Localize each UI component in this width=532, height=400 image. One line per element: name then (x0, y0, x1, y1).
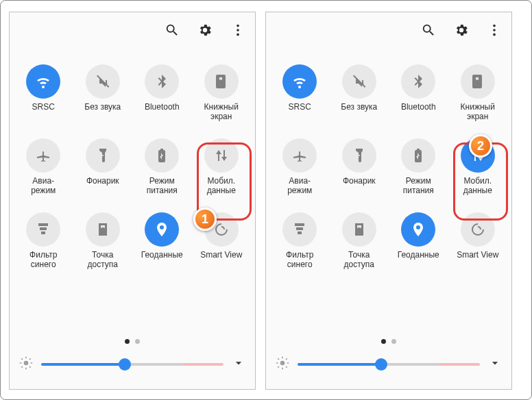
tile-label: Мобил. данные (463, 177, 492, 196)
quick-panel-toolbar (10, 12, 255, 51)
wifi-icon (282, 64, 317, 99)
tile-mobiledata[interactable]: Мобил. данные (195, 138, 249, 196)
location-icon (401, 212, 435, 247)
tile-label: Smart View (457, 251, 498, 270)
tile-bluefilter[interactable]: Фильтр синего (273, 212, 327, 270)
mute-icon (342, 64, 376, 99)
brightness-expand[interactable] (232, 356, 245, 373)
more-icon[interactable] (487, 23, 502, 40)
brightness-thumb[interactable] (375, 358, 387, 371)
tile-wifi[interactable]: SRSC (273, 64, 327, 122)
quick-settings-grid: SRSCБез звукаBluetoothКнижный экранАвиа-… (10, 51, 255, 270)
brightness-icon (276, 356, 289, 373)
tile-hotspot[interactable]: Точка доступа (76, 212, 130, 270)
tile-label: Без звука (84, 103, 121, 122)
tile-label: Режим питания (403, 177, 434, 196)
tile-book[interactable]: Книжный экран (451, 64, 505, 122)
tile-label: Авиа- режим (31, 177, 56, 196)
tile-airplane[interactable]: Авиа- режим (16, 138, 71, 196)
page-dot (135, 339, 140, 344)
tile-label: Книжный экран (204, 103, 239, 122)
tile-label: Без звука (341, 103, 377, 122)
tile-bluetooth[interactable]: Bluetooth (391, 64, 446, 122)
tile-powersave[interactable]: Режим питания (391, 138, 446, 196)
tile-book[interactable]: Книжный экран (195, 64, 249, 122)
tile-powersave[interactable]: Режим питания (135, 138, 189, 196)
tile-label: Геоданные (141, 251, 183, 270)
brightness-icon (19, 356, 33, 373)
tile-label: Фильтр синего (286, 251, 313, 270)
location-icon (145, 212, 179, 247)
tile-label: Мобил. данные (207, 177, 236, 196)
bluefilter-icon (282, 212, 317, 247)
bluetooth-icon (145, 64, 179, 99)
bluefilter-icon (26, 212, 60, 247)
comparison-container: SRSCБез звукаBluetoothКнижный экранАвиа-… (1, 1, 531, 400)
tile-label: Авиа- режим (287, 177, 312, 196)
tile-label: Точка доступа (344, 251, 374, 270)
brightness-row (266, 351, 511, 378)
book-icon (204, 64, 239, 99)
brightness-slider[interactable] (41, 363, 223, 366)
hotspot-icon (342, 212, 376, 247)
powersave-icon (145, 138, 179, 173)
tile-label: Книжный экран (461, 103, 495, 122)
search-icon[interactable] (421, 23, 436, 40)
screen-before: SRSCБез звукаBluetoothКнижный экранАвиа-… (9, 12, 256, 390)
quick-panel-toolbar (266, 12, 511, 51)
powersave-icon (401, 138, 435, 173)
brightness-row (10, 351, 255, 378)
smartview-icon (461, 212, 495, 247)
flashlight-icon (342, 138, 376, 173)
settings-icon[interactable] (197, 23, 213, 40)
page-dot (391, 339, 396, 344)
tile-wifi[interactable]: SRSC (16, 64, 71, 122)
tile-bluefilter[interactable]: Фильтр синего (16, 212, 71, 270)
tile-mute[interactable]: Без звука (76, 64, 130, 122)
tile-flashlight[interactable]: Фонарик (332, 138, 387, 196)
tile-label: Bluetooth (145, 103, 180, 122)
tile-label: Режим питания (147, 177, 178, 196)
quick-settings-grid: SRSCБез звукаBluetoothКнижный экранАвиа-… (266, 51, 511, 270)
tile-flashlight[interactable]: Фонарик (76, 138, 130, 196)
callout-badge: 1 (193, 208, 217, 231)
tile-label: Smart View (200, 251, 242, 270)
search-icon[interactable] (165, 23, 180, 40)
more-icon[interactable] (230, 23, 245, 40)
brightness-slider[interactable] (298, 363, 480, 366)
airplane-icon (282, 138, 317, 173)
page-indicator[interactable] (10, 339, 255, 344)
tile-airplane[interactable]: Авиа- режим (273, 138, 327, 196)
brightness-thumb[interactable] (119, 358, 131, 371)
brightness-expand[interactable] (488, 356, 502, 373)
tile-hotspot[interactable]: Точка доступа (332, 212, 387, 270)
tile-label: Фильтр синего (29, 251, 57, 270)
tile-label: Точка доступа (88, 251, 118, 270)
tile-label: Геоданные (398, 251, 439, 270)
tile-smartview[interactable]: Smart View (451, 212, 505, 270)
tile-label: SRSC (289, 103, 311, 122)
airplane-icon (26, 138, 60, 173)
tile-location[interactable]: Геоданные (135, 212, 189, 270)
screen-after: SRSCБез звукаBluetoothКнижный экранАвиа-… (265, 12, 512, 390)
callout-badge: 2 (469, 134, 492, 158)
wifi-icon (26, 64, 60, 99)
tile-label: SRSC (32, 103, 55, 122)
page-dot (125, 339, 130, 344)
tile-bluetooth[interactable]: Bluetooth (135, 64, 189, 122)
hotspot-icon (86, 212, 120, 247)
tile-mute[interactable]: Без звука (332, 64, 387, 122)
bluetooth-icon (401, 64, 435, 99)
settings-icon[interactable] (454, 23, 469, 40)
mute-icon (86, 64, 120, 99)
tile-label: Фонарик (343, 177, 376, 196)
tile-label: Bluetooth (401, 103, 436, 122)
tile-location[interactable]: Геоданные (391, 212, 446, 270)
page-indicator[interactable] (266, 339, 511, 344)
tile-label: Фонарик (86, 177, 119, 196)
flashlight-icon (86, 138, 120, 173)
page-dot (381, 339, 386, 344)
book-icon (461, 64, 495, 99)
mobiledata-icon (204, 138, 239, 173)
